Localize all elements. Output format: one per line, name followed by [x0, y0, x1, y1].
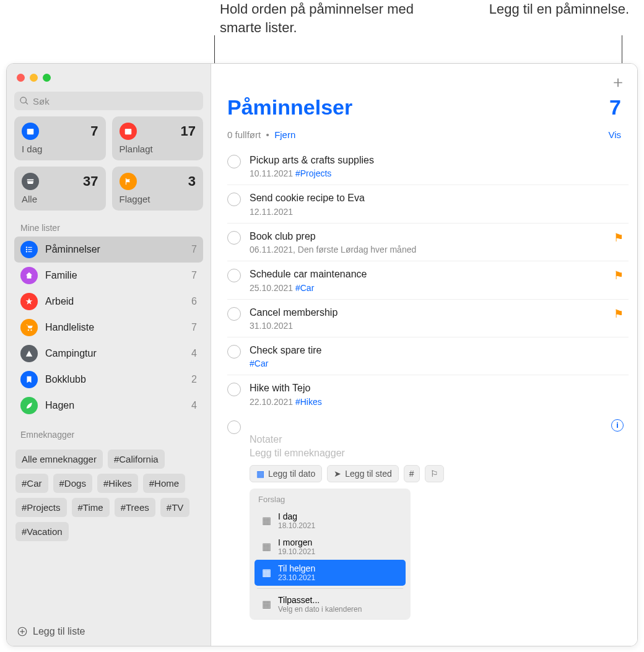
- reminder-row[interactable]: Check spare tire #Car: [227, 337, 629, 375]
- sidebar-list-item[interactable]: Handleliste 7: [14, 315, 203, 341]
- list-count: 6: [191, 296, 197, 307]
- tag-all[interactable]: Alle emneknagger: [15, 450, 103, 469]
- calendar-icon: ▦: [261, 515, 272, 526]
- suggestion-title: Tilpasset...: [278, 595, 362, 605]
- calendar-icon: ▦: [256, 469, 264, 479]
- list-name: Campingtur: [45, 348, 191, 359]
- reminder-row[interactable]: Send cookie recipe to Eva 12.11.2021: [227, 185, 629, 223]
- suggestion-subtitle: 23.10.2021: [278, 573, 315, 582]
- add-location-button[interactable]: ➤ Legg til sted: [327, 465, 399, 482]
- completion-circle[interactable]: [227, 231, 241, 245]
- minimize-window-button[interactable]: [30, 74, 38, 82]
- suggestion-title: Til helgen: [278, 563, 315, 573]
- smart-card-scheduled[interactable]: 17 Planlagt: [112, 116, 204, 160]
- add-location-label: Legg til sted: [345, 469, 392, 479]
- suggestion-item[interactable]: ▦ I morgen 19.10.2021: [255, 534, 406, 560]
- completion-circle[interactable]: [227, 193, 241, 206]
- tag-chip[interactable]: #California: [108, 450, 165, 469]
- list-count: 7: [191, 244, 197, 255]
- bookmark-icon: [20, 371, 38, 388]
- completion-circle[interactable]: [227, 307, 241, 321]
- reminder-row[interactable]: Schedule car maintenance 25.10.2021 #Car…: [227, 261, 629, 299]
- completion-circle[interactable]: [227, 383, 241, 396]
- completion-circle[interactable]: [227, 345, 241, 359]
- list-title: Påminnelser: [227, 95, 352, 120]
- sidebar-list-item[interactable]: Arbeid 6: [14, 289, 203, 315]
- svg-rect-6: [28, 249, 32, 250]
- tag-chip[interactable]: #Hikes: [97, 474, 138, 493]
- add-date-label: Legg til dato: [268, 469, 315, 479]
- sidebar-list-item[interactable]: Hagen 4: [14, 393, 203, 419]
- reminder-tag[interactable]: #Car: [250, 359, 268, 368]
- home-icon: [20, 267, 38, 284]
- quick-actions: ▦ Legg til dato ➤ Legg til sted # ⚐: [250, 465, 629, 482]
- smart-card-count: 3: [188, 173, 196, 189]
- flag-icon: ⚑: [614, 269, 624, 282]
- completed-row: 0 fullført • Fjern: [227, 129, 295, 140]
- suggestion-item[interactable]: ▦ I dag 18.10.2021: [255, 508, 406, 534]
- reminder-row[interactable]: Pickup arts & crafts supplies 10.11.2021…: [227, 147, 629, 185]
- reminder-row[interactable]: Cancel membership 31.10.2021 ⚑: [227, 300, 629, 337]
- suggestion-item[interactable]: ▦ Til helgen 23.10.2021: [255, 560, 406, 586]
- tags-placeholder[interactable]: Legg til emneknagger: [250, 448, 629, 459]
- smart-card-flagged[interactable]: 3 Flagget: [112, 167, 204, 211]
- add-reminder-button[interactable]: ＋: [610, 71, 626, 93]
- main-pane: ＋ Påminnelser 7 0 fullført • Fjern Vis P…: [211, 64, 637, 646]
- list-name: Familie: [45, 270, 191, 281]
- notes-placeholder[interactable]: Notater: [250, 434, 629, 445]
- tag-chip[interactable]: #Vacation: [15, 522, 69, 541]
- clear-completed-button[interactable]: Fjern: [274, 129, 295, 140]
- svg-point-3: [26, 246, 27, 248]
- add-list-button[interactable]: Legg til liste: [7, 617, 211, 646]
- svg-rect-8: [28, 251, 32, 252]
- star-icon: [20, 293, 38, 310]
- suggestion-subtitle: 19.10.2021: [278, 547, 315, 556]
- tag-chip[interactable]: #Home: [143, 474, 185, 493]
- tent-icon: [20, 345, 38, 362]
- tag-chip[interactable]: #Time: [72, 498, 110, 517]
- reminder-tag[interactable]: #Hikes: [295, 397, 322, 407]
- close-window-button[interactable]: [17, 74, 25, 82]
- reminder-tag[interactable]: #Projects: [295, 168, 331, 178]
- suggestion-subtitle: Velg en dato i kalenderen: [278, 605, 362, 614]
- svg-point-10: [30, 329, 32, 331]
- completion-circle[interactable]: [227, 155, 241, 168]
- reminders-list: Pickup arts & crafts supplies 10.11.2021…: [211, 147, 637, 413]
- tag-chip[interactable]: #Trees: [115, 498, 155, 517]
- search-input[interactable]: Søk: [14, 92, 203, 110]
- sidebar-list-item[interactable]: Campingtur 4: [14, 341, 203, 367]
- add-flag-button[interactable]: ⚐: [425, 465, 444, 482]
- tag-chip[interactable]: #Projects: [15, 498, 67, 517]
- svg-point-7: [26, 251, 27, 252]
- sidebar-list-item[interactable]: Påminnelser 7: [14, 237, 203, 263]
- suggestion-title: I dag: [278, 511, 315, 521]
- add-tag-button[interactable]: #: [404, 465, 420, 482]
- reminder-tag[interactable]: #Car: [295, 283, 314, 293]
- show-completed-button[interactable]: Vis: [608, 129, 621, 140]
- zoom-window-button[interactable]: [43, 74, 51, 82]
- smart-card-today[interactable]: 7 I dag: [14, 116, 106, 160]
- sidebar-list-item[interactable]: Familie 7: [14, 263, 203, 289]
- all-icon: [22, 173, 39, 190]
- today-icon: [22, 123, 39, 140]
- location-icon: ➤: [334, 469, 341, 479]
- add-date-button[interactable]: ▦ Legg til dato: [250, 465, 322, 482]
- info-icon[interactable]: i: [611, 419, 624, 432]
- tag-chip[interactable]: #TV: [160, 498, 190, 517]
- new-reminder-row[interactable]: i Notater Legg til emneknagger ▦ Legg ti…: [211, 413, 637, 620]
- my-lists: Påminnelser 7 Familie 7 Arbeid 6 Handlel…: [7, 237, 211, 419]
- calendar-icon: ▦: [261, 567, 272, 578]
- smart-card-label: I dag: [22, 144, 98, 154]
- completion-circle[interactable]: [227, 420, 241, 434]
- search-placeholder: Søk: [33, 96, 50, 106]
- suggestion-custom[interactable]: ▦ Tilpasset... Velg en dato i kalenderen: [255, 591, 406, 617]
- smart-card-all[interactable]: 37 Alle: [14, 167, 106, 211]
- list-count: 7: [609, 95, 621, 120]
- tag-chip[interactable]: #Dogs: [53, 474, 92, 493]
- tag-chip[interactable]: #Car: [15, 474, 48, 493]
- reminder-row[interactable]: Hike with Tejo 22.10.2021 #Hikes: [227, 375, 629, 412]
- completion-circle[interactable]: [227, 269, 241, 282]
- reminder-row[interactable]: Book club prep 06.11.2021, Den første Lø…: [227, 224, 629, 261]
- reminder-date: 10.11.2021: [250, 168, 293, 178]
- sidebar-list-item[interactable]: Bokklubb 2: [14, 367, 203, 393]
